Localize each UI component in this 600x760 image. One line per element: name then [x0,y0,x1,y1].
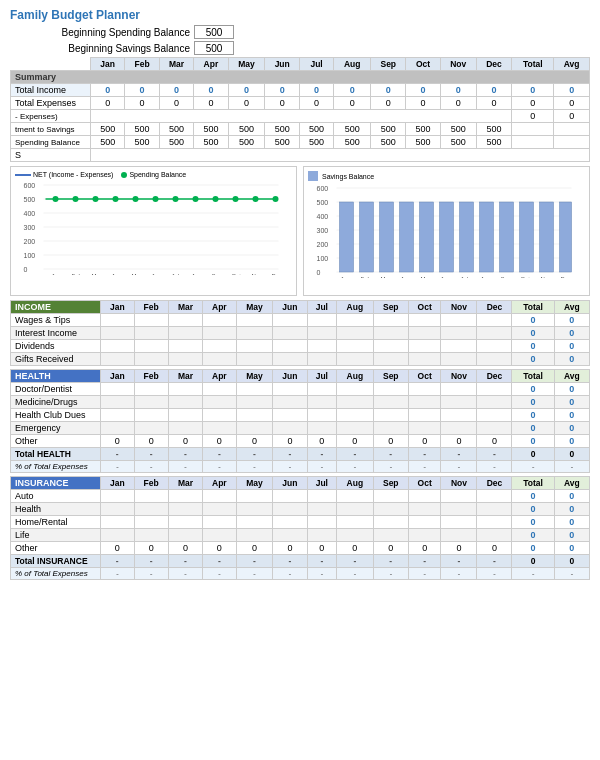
svg-text:0: 0 [317,269,321,276]
savings-bar-legend: Savings Balance [308,171,374,181]
app-title: Family Budget Planner [10,8,590,22]
col-sep: Sep [371,58,406,71]
dividends-label: Dividends [11,340,101,353]
home-rental-row: Home/Rental 00 [11,516,590,529]
col-aug: Aug [334,58,371,71]
spending-legend-label: Spending Balance [129,171,186,178]
col-nov: Nov [440,58,476,71]
svg-text:Oct: Oct [521,276,531,278]
doctor-row: Doctor/Dentist 00 [11,383,590,396]
svg-point-22 [193,196,199,202]
total-expenses-label: Total Expenses [11,97,91,110]
bar-chart-legend: Savings Balance [308,171,585,181]
col-total: Total [512,58,554,71]
col-avg: Avg [554,58,590,71]
svg-text:400: 400 [24,210,36,217]
col-jul: Jul [299,58,333,71]
svg-text:Nov: Nov [252,273,263,275]
savings-balance-label: Beginning Savings Balance [30,43,190,54]
svg-point-19 [133,196,139,202]
svg-text:600: 600 [24,182,36,189]
svg-point-16 [73,196,79,202]
insurance-other-label: Other [11,542,101,555]
svg-text:Mar: Mar [381,276,391,278]
bar-chart-svg: 600 500 400 300 200 100 0 [308,183,585,278]
svg-point-24 [233,196,239,202]
col-oct: Oct [406,58,440,71]
svg-text:May: May [132,273,143,275]
svg-rect-55 [380,202,394,272]
svg-text:200: 200 [24,238,36,245]
svg-text:Nov: Nov [541,276,552,278]
medicine-row: Medicine/Drugs 00 [11,396,590,409]
svg-point-17 [93,196,99,202]
charts-area: NET (Income - Expenses) Spending Balance… [10,166,590,296]
wages-row: Wages & Tips 00 [11,314,590,327]
svg-rect-57 [420,202,434,272]
health-section-label: HEALTH [11,370,101,383]
line-chart-svg: 600 500 400 300 200 100 0 [15,180,292,275]
svg-text:Jun: Jun [152,273,162,275]
total-expenses-row: Total Expenses 00 00 00 00 00 00 00 [11,97,590,110]
svg-text:300: 300 [24,224,36,231]
adjustment-label: - Expenses) [11,110,91,123]
total-income-label: Total Income [11,84,91,97]
emergency-label: Emergency [11,422,101,435]
savings-adjustment-row: tment to Savings 500500 500500 500500 50… [11,123,590,136]
svg-text:Sep: Sep [212,273,223,275]
health-pct-label: % of Total Expenses [11,461,101,473]
svg-text:0: 0 [24,266,28,273]
svg-text:600: 600 [317,185,329,192]
savings-bar-label: Savings Balance [322,173,374,180]
svg-text:Jul: Jul [461,276,469,278]
interest-income-label: Interest Income [11,327,101,340]
col-dec: Dec [476,58,511,71]
wages-label: Wages & Tips [11,314,101,327]
svg-rect-61 [500,202,514,272]
health-club-label: Health Club Dues [11,409,101,422]
health-ins-label: Health [11,503,101,516]
svg-text:500: 500 [317,199,329,206]
svg-text:200: 200 [317,241,329,248]
spending-bal-label: Spending Balance [11,136,91,149]
total-insurance-row: Total INSURANCE -- -- -- -- -- -- 00 [11,555,590,568]
spending-balance-input[interactable]: 500 [194,25,234,39]
insurance-other-row: Other 000 000 000 000 00 [11,542,590,555]
svg-rect-58 [440,202,454,272]
col-jan: Jan [91,58,125,71]
svg-rect-63 [540,202,554,272]
summary-table: Jan Feb Mar Apr May Jun Jul Aug Sep Oct … [10,57,590,162]
svg-text:Mar: Mar [92,273,102,275]
svg-point-25 [253,196,259,202]
svg-text:100: 100 [24,252,36,259]
spending-balance-row: Beginning Spending Balance 500 [30,25,590,39]
svg-text:Dec: Dec [272,273,283,275]
life-label: Life [11,529,101,542]
health-header-row: HEALTH JanFeb MarApr MayJun JulAug SepOc… [11,370,590,383]
svg-text:Apr: Apr [112,273,121,275]
spending-balance-label: Beginning Spending Balance [30,27,190,38]
total-income-row: Total Income 00 00 00 00 00 00 00 [11,84,590,97]
svg-text:Oct: Oct [232,273,242,275]
auto-label: Auto [11,490,101,503]
savings-balance-input[interactable]: 500 [194,41,234,55]
col-feb: Feb [125,58,159,71]
gifts-received-label: Gifts Received [11,353,101,366]
svg-text:Jun: Jun [441,276,451,278]
svg-rect-59 [460,202,474,272]
svg-point-20 [153,196,159,202]
health-pct-row: % of Total Expenses -- -- -- -- -- -- -- [11,461,590,473]
svg-rect-60 [480,202,494,272]
svg-text:500: 500 [24,196,36,203]
adjustment-row: - Expenses) 00 [11,110,590,123]
svg-rect-62 [520,202,534,272]
summary-section-label: Summary [11,71,590,84]
savings-balance-row: Beginning Savings Balance 500 [30,41,590,55]
total-health-row: Total HEALTH -- -- -- -- -- -- 00 [11,448,590,461]
income-section-label: INCOME [11,301,101,314]
auto-row: Auto 00 [11,490,590,503]
line-chart: NET (Income - Expenses) Spending Balance… [10,166,297,296]
summary-header-row: Jan Feb Mar Apr May Jun Jul Aug Sep Oct … [11,58,590,71]
col-apr: Apr [194,58,228,71]
svg-rect-56 [400,202,414,272]
